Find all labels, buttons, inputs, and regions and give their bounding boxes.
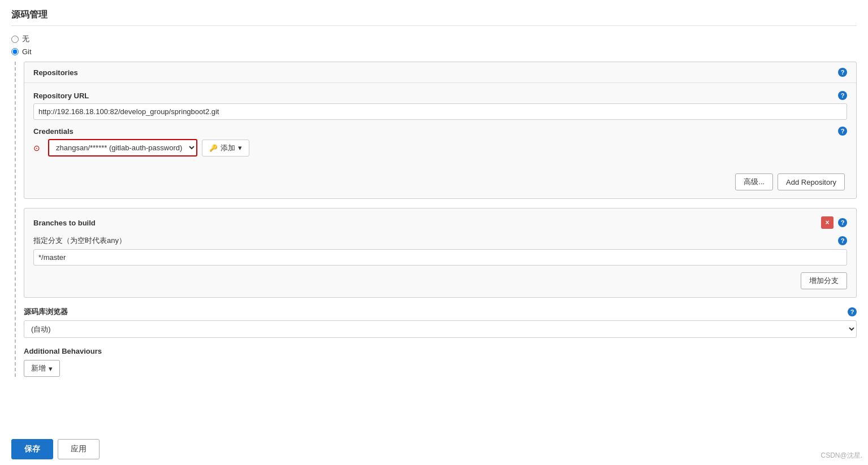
radio-group: 无 Git (11, 34, 857, 56)
branches-header: Branches to build × ? (33, 216, 847, 229)
source-browser-section: 源码库浏览器 ? (自动) (24, 307, 857, 338)
credentials-label-row: Credentials ? (33, 127, 847, 136)
repository-url-label-row: Repository URL ? (33, 91, 847, 100)
repositories-title-row: Repositories ? (24, 62, 856, 83)
key-icon: 🔑 (209, 144, 218, 152)
source-browser-select[interactable]: (自动) (24, 320, 857, 338)
source-browser-help-icon[interactable]: ? (848, 307, 857, 316)
branches-header-right: × ? (821, 216, 847, 229)
credentials-row-wrapper: Credentials ? ⊙ zhangsan/****** (gitlab-… (33, 127, 847, 157)
branches-help-icon[interactable]: ? (838, 218, 847, 227)
branch-input[interactable] (33, 249, 847, 266)
git-settings-indent: Repositories ? Repository URL ? Credenti… (15, 62, 857, 377)
radio-none[interactable] (11, 36, 19, 43)
radio-git-row: Git (11, 47, 857, 56)
apply-button[interactable]: 应用 (58, 439, 100, 459)
repository-url-label: Repository URL (33, 92, 89, 100)
credentials-help-icon[interactable]: ? (838, 127, 847, 136)
repository-url-input[interactable] (33, 103, 847, 120)
source-browser-label: 源码库浏览器 (24, 307, 68, 317)
add-credentials-label: 添加 (221, 143, 235, 153)
credentials-controls: ⊙ zhangsan/****** (gitlab-auth-password)… (33, 139, 847, 157)
page-container: 源码管理 无 Git Repositories ? Repository URL (0, 0, 868, 465)
credentials-select[interactable]: zhangsan/****** (gitlab-auth-password) (48, 139, 197, 157)
branches-label: Branches to build (33, 219, 96, 227)
credentials-label: Credentials (33, 127, 74, 136)
repositories-help-icon[interactable]: ? (838, 68, 847, 77)
radio-none-row: 无 (11, 34, 857, 44)
additional-behaviours-section: Additional Behaviours 新增 ▾ (24, 347, 857, 377)
new-behaviour-dropdown-icon: ▾ (49, 364, 53, 373)
add-branch-button[interactable]: 增加分支 (801, 272, 847, 289)
repository-url-row: Repository URL ? (33, 91, 847, 120)
new-behaviour-label: 新增 (31, 363, 46, 373)
branch-field-row: 指定分支（为空时代表any） ? (33, 236, 847, 266)
branches-panel: Branches to build × ? 指定分支（为空时代表any） ? 增… (24, 208, 857, 298)
branch-help-icon[interactable]: ? (838, 236, 847, 245)
page-title: 源码管理 (11, 9, 857, 26)
additional-behaviours-label: Additional Behaviours (24, 347, 857, 355)
credentials-warning-icon: ⊙ (33, 144, 44, 153)
radio-git[interactable] (11, 48, 19, 55)
repo-inner: Repository URL ? Credentials ? ⊙ zhangsa… (24, 83, 856, 198)
radio-none-label: 无 (22, 34, 29, 44)
bottom-buttons: 保存 应用 (0, 433, 111, 465)
add-credentials-button[interactable]: 🔑 添加 ▾ (202, 140, 249, 157)
repo-action-buttons: 高级... Add Repository (33, 173, 847, 190)
save-button[interactable]: 保存 (11, 439, 53, 459)
repositories-label: Repositories (33, 68, 78, 77)
add-credentials-dropdown-icon: ▾ (238, 144, 242, 152)
branch-field-label-row: 指定分支（为空时代表any） ? (33, 236, 847, 246)
advanced-button[interactable]: 高级... (735, 173, 773, 190)
add-branch-button-row: 增加分支 (33, 272, 847, 289)
radio-git-label: Git (22, 47, 32, 56)
delete-branch-button[interactable]: × (821, 216, 834, 229)
repositories-panel: Repositories ? Repository URL ? Credenti… (24, 62, 857, 199)
branch-label: 指定分支（为空时代表any） (33, 236, 126, 246)
new-behaviour-button[interactable]: 新增 ▾ (24, 360, 60, 377)
add-repository-button[interactable]: Add Repository (778, 173, 845, 190)
watermark: CSDN@沈星. (821, 451, 862, 460)
repository-url-help-icon[interactable]: ? (838, 91, 847, 100)
source-browser-label-row: 源码库浏览器 ? (24, 307, 857, 317)
